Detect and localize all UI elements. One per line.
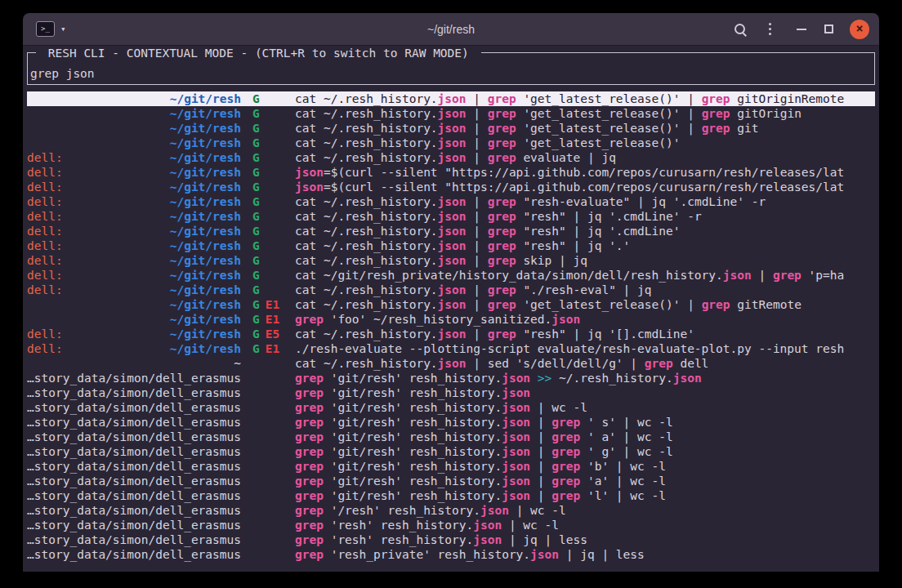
history-row[interactable]: dell:~/git/reshGcat ~/.resh_history.json… — [27, 209, 875, 224]
terminal-app-icon[interactable]: >_ — [36, 21, 55, 37]
command-segment: 'get_latest_release()' | — [516, 92, 702, 105]
history-row[interactable]: ~/git/reshGcat ~/.resh_history.json | gr… — [27, 106, 875, 121]
directory-label: …story_data/simon/dell_erasmus — [27, 444, 241, 459]
history-row[interactable]: dell:~/git/reshGjson=$(curl --silent "ht… — [27, 180, 875, 194]
history-row[interactable]: …story_data/simon/dell_erasmusgrep 'git/… — [27, 459, 875, 474]
flags-group — [241, 371, 295, 385]
command-segment: 'git/resh' resh_history. — [324, 430, 502, 443]
match-highlight: json — [502, 489, 530, 502]
match-highlight: json — [438, 107, 467, 120]
match-highlight: json — [438, 122, 467, 135]
match-highlight: json — [673, 372, 702, 385]
history-row[interactable]: …story_data/simon/dell_erasmusgrep 'git/… — [27, 474, 875, 488]
history-row[interactable]: ~cat ~/.resh_history.json | sed 's/dell/… — [27, 356, 875, 371]
history-row-selected[interactable]: ~/git/reshGcat ~/.resh_history.json | gr… — [27, 91, 875, 106]
match-highlight: json — [438, 195, 467, 208]
command-segment: 'git/resh' resh_history. — [324, 460, 502, 473]
flags-group: G — [241, 238, 295, 253]
search-query-input[interactable]: grep json — [30, 66, 95, 81]
history-row[interactable]: …story_data/simon/dell_erasmusgrep 'resh… — [27, 547, 875, 562]
history-row[interactable]: …story_data/simon/dell_erasmusgrep 'git/… — [27, 488, 875, 503]
match-highlight: grep — [551, 416, 580, 429]
command-text: grep 'git/resh' resh_history.json | grep… — [295, 430, 875, 444]
row-location: ~ — [27, 356, 241, 371]
directory-label: …story_data/simon/dell_erasmus — [27, 488, 241, 503]
match-highlight: grep — [702, 107, 730, 120]
command-segment: | — [530, 430, 551, 443]
command-segment: gitOriginRemote — [730, 92, 845, 105]
history-row[interactable]: ~/git/reshGE1cat ~/.resh_history.json | … — [27, 297, 875, 312]
host-label: dell: — [27, 194, 63, 209]
command-segment: | sed 's/dell/dell/g' | — [467, 357, 645, 370]
history-row[interactable]: ~/git/reshGE1grep 'foo' ~/resh_history_s… — [27, 312, 875, 327]
history-row[interactable]: dell:~/git/reshGcat ~/.resh_history.json… — [27, 194, 875, 209]
history-row[interactable]: …story_data/simon/dell_erasmusgrep 'git/… — [27, 430, 875, 444]
history-row[interactable]: dell:~/git/reshGE5cat ~/.resh_history.js… — [27, 327, 875, 341]
chevron-down-icon[interactable]: ▾ — [60, 24, 66, 34]
history-row[interactable]: …story_data/simon/dell_erasmusgrep 'git/… — [27, 400, 875, 415]
command-text: grep 'foo' ~/resh_history_sanitized.json — [295, 312, 875, 327]
history-row[interactable]: ~/git/reshGcat ~/.resh_history.json | gr… — [27, 136, 875, 150]
row-location: dell:~/git/resh — [27, 283, 241, 297]
row-location: ~/git/resh — [27, 312, 241, 327]
history-row[interactable]: dell:~/git/reshGE1./resh-evaluate --plot… — [27, 341, 875, 356]
history-row[interactable]: …story_data/simon/dell_erasmusgrep 'git/… — [27, 444, 875, 459]
minimize-button[interactable] — [797, 29, 806, 30]
host-label: dell: — [27, 150, 63, 165]
directory-label: …story_data/simon/dell_erasmus — [27, 518, 241, 532]
search-icon[interactable] — [733, 22, 748, 37]
flag-g: G — [252, 136, 260, 150]
command-text: grep '/resh' resh_history.json | wc -l — [295, 503, 875, 518]
history-row[interactable]: …story_data/simon/dell_erasmusgrep 'resh… — [27, 518, 875, 532]
command-segment: git — [730, 122, 759, 135]
host-label: dell: — [27, 224, 63, 238]
match-highlight: json — [438, 254, 467, 267]
history-row[interactable]: …story_data/simon/dell_erasmusgrep 'git/… — [27, 385, 875, 400]
history-row[interactable]: dell:~/git/reshGcat ~/.resh_history.json… — [27, 150, 875, 165]
history-row[interactable]: ~/git/reshGcat ~/.resh_history.json | gr… — [27, 121, 875, 136]
titlebar[interactable]: >_ ▾ ~/git/resh × — [23, 13, 879, 46]
command-segment: gitOrigin — [730, 107, 802, 120]
row-location: …story_data/simon/dell_erasmus — [27, 503, 241, 518]
command-segment: 'get_latest_release()' | — [516, 122, 702, 135]
command-text: grep 'resh' resh_history.json | jq | les… — [295, 532, 875, 547]
history-row[interactable]: dell:~/git/reshGcat ~/git/resh_private/h… — [27, 268, 875, 283]
command-segment: "resh" | jq '[].cmdLine' — [516, 327, 694, 341]
match-highlight: json — [438, 136, 467, 149]
flags-group: G — [241, 91, 295, 106]
command-text: cat ~/git/resh_private/history_data/simo… — [295, 268, 875, 283]
directory-label: …story_data/simon/dell_erasmus — [27, 415, 241, 430]
match-highlight: grep — [551, 460, 580, 473]
host-label: dell: — [27, 209, 63, 224]
flags-group — [241, 444, 295, 459]
match-highlight: grep — [702, 122, 730, 135]
history-row[interactable]: dell:~/git/reshGcat ~/.resh_history.json… — [27, 283, 875, 297]
command-segment: cat ~/.resh_history. — [295, 210, 438, 223]
match-highlight: grep — [488, 122, 516, 135]
command-text: cat ~/.resh_history.json | grep 'get_lat… — [295, 136, 875, 150]
command-segment: ' a' | wc -l — [580, 430, 673, 443]
match-highlight: grep — [551, 445, 580, 458]
command-segment: 'p=ha — [802, 269, 844, 282]
command-segment: 'b' | wc -l — [580, 460, 666, 473]
command-segment: cat ~/.resh_history. — [295, 283, 438, 296]
restore-button[interactable] — [824, 24, 833, 33]
history-row[interactable]: …story_data/simon/dell_erasmusgrep 'git/… — [27, 371, 875, 385]
history-row[interactable]: dell:~/git/reshGcat ~/.resh_history.json… — [27, 253, 875, 268]
match-highlight: json — [502, 460, 530, 473]
command-segment: cat ~/.resh_history. — [295, 225, 438, 238]
history-row[interactable]: …story_data/simon/dell_erasmusgrep 'resh… — [27, 532, 875, 547]
history-row[interactable]: dell:~/git/reshGjson=$(curl --silent "ht… — [27, 165, 875, 180]
history-row[interactable]: dell:~/git/reshGcat ~/.resh_history.json… — [27, 238, 875, 253]
command-text: grep 'git/resh' resh_history.json — [295, 385, 875, 400]
history-row[interactable]: dell:~/git/reshGcat ~/.resh_history.json… — [27, 224, 875, 238]
close-button[interactable]: × — [850, 20, 869, 39]
command-segment: | — [530, 445, 551, 458]
menu-kebab-icon[interactable] — [764, 22, 775, 37]
match-highlight: grep — [488, 327, 516, 341]
history-row[interactable]: …story_data/simon/dell_erasmusgrep 'git/… — [27, 415, 875, 430]
history-row[interactable]: …story_data/simon/dell_erasmusgrep '/res… — [27, 503, 875, 518]
command-segment: evaluate | jq — [516, 151, 616, 164]
command-segment: cat ~/.resh_history. — [295, 136, 438, 149]
row-location: dell:~/git/resh — [27, 180, 241, 194]
